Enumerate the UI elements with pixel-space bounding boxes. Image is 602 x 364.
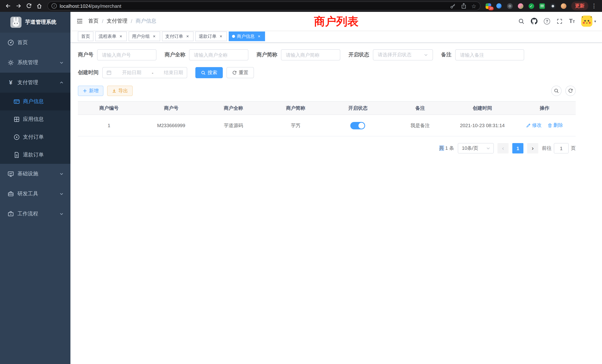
extension-notes-icon[interactable] — [539, 3, 545, 9]
sidebar-item-app-info[interactable]: 应用信息 — [0, 110, 70, 128]
goto-suffix: 页 — [571, 145, 576, 152]
browser-back-icon[interactable] — [4, 1, 13, 10]
app-logo[interactable]: 芋道管理系统 — [0, 12, 70, 33]
reset-button[interactable]: 重置 — [226, 67, 254, 78]
github-icon[interactable] — [531, 18, 538, 24]
extension-tabs-icon[interactable]: 10 — [485, 3, 492, 9]
search-icon — [201, 70, 206, 75]
extension-avatar-icon[interactable] — [517, 3, 524, 9]
status-toggle[interactable] — [351, 122, 365, 129]
page-content: 商户号 商户全称 商户简称 开启状态 请选择开启状态 — [78, 49, 576, 153]
filter-label-merchant-short: 商户简称 — [257, 52, 277, 58]
search-icon[interactable] — [518, 18, 525, 24]
sidebar-item-merchant-info[interactable]: 商户信息 — [0, 93, 70, 110]
address-bar[interactable]: i localhost:1024/pay/merchant ☆ — [47, 1, 480, 10]
extension-drop-icon[interactable] — [496, 3, 502, 9]
sidebar-item-dev-tools[interactable]: 研发工具 — [0, 184, 70, 204]
extension-profile-icon[interactable] — [560, 3, 567, 9]
edit-link[interactable]: 修改 — [526, 122, 542, 129]
merchant-card-icon — [13, 98, 20, 105]
tab-pay-order[interactable]: 支付订单× — [162, 32, 194, 41]
next-page-button[interactable]: › — [527, 143, 538, 153]
chevron-down-icon — [59, 192, 64, 196]
cell-status — [327, 115, 389, 136]
refresh-icon — [232, 70, 237, 75]
breadcrumb: 首页 / 支付管理 / 商户信息 — [88, 18, 156, 24]
tab-refund-order[interactable]: 退款订单× — [195, 32, 227, 41]
close-icon[interactable]: × — [257, 34, 262, 39]
page-1-button[interactable]: 1 — [512, 143, 523, 153]
export-button[interactable]: 导出 — [107, 86, 133, 96]
hamburger-icon[interactable] — [76, 18, 83, 24]
pagination-total: 共 1 条 — [439, 145, 454, 152]
filter-label-remark: 备注 — [441, 52, 452, 58]
refresh-table-button[interactable] — [565, 86, 576, 96]
sidebar-item-pay-order[interactable]: 支付订单 — [0, 128, 70, 146]
sidebar-item-home[interactable]: 首页 — [0, 33, 70, 53]
tab-user-group[interactable]: 用户分组× — [129, 32, 160, 41]
navbar-actions: ? TT — [518, 16, 596, 27]
browser-home-icon[interactable] — [35, 1, 44, 10]
goto-label: 前往 — [542, 145, 552, 152]
user-menu[interactable]: ▾ — [581, 16, 596, 27]
password-key-icon[interactable] — [450, 3, 456, 9]
site-info-icon[interactable]: i — [52, 3, 57, 9]
font-size-icon[interactable]: TT — [569, 18, 575, 24]
sidebar-item-refund-order[interactable]: 退款订单 — [0, 146, 70, 164]
fullscreen-icon[interactable] — [556, 18, 563, 24]
prev-page-button[interactable]: ‹ — [497, 143, 509, 153]
sidebar-item-payment[interactable]: ¥ 支付管理 — [0, 73, 70, 93]
extension-check-icon[interactable]: ✓ — [528, 3, 535, 9]
gear-icon — [7, 59, 14, 66]
dashboard-icon — [7, 39, 14, 46]
breadcrumb-payment[interactable]: 支付管理 — [107, 18, 128, 24]
tab-process-form[interactable]: 流程表单× — [95, 32, 127, 41]
date-start-placeholder: 开始日期 — [122, 69, 141, 76]
url-text: localhost:1024/pay/merchant — [60, 3, 447, 9]
page-size-select[interactable]: 10条/页 — [458, 143, 494, 153]
merchant-name-input[interactable] — [189, 49, 248, 60]
tab-home[interactable]: 首页 — [78, 32, 93, 41]
user-avatar — [581, 16, 592, 27]
browser-update-button[interactable]: 更新 — [571, 1, 588, 10]
browser-menu-icon[interactable]: ⋮ — [590, 3, 598, 9]
merchant-short-input[interactable] — [281, 49, 340, 60]
help-icon[interactable]: ? — [544, 18, 550, 24]
caret-down-icon: ▾ — [594, 19, 596, 23]
add-button[interactable]: 新增 — [78, 86, 103, 96]
share-icon[interactable] — [461, 3, 466, 9]
table-toolbar: 新增 导出 — [78, 86, 576, 96]
close-icon[interactable]: × — [185, 34, 190, 39]
breadcrumb-home[interactable]: 首页 — [88, 18, 99, 24]
status-select[interactable]: 请选择开启状态 — [373, 49, 433, 60]
sidebar-item-workflow[interactable]: 工作流程 — [0, 204, 70, 224]
bookmark-star-icon[interactable]: ☆ — [471, 3, 476, 9]
close-icon[interactable]: × — [152, 34, 157, 39]
extension-github-icon[interactable] — [549, 3, 556, 9]
search-button[interactable]: 搜索 — [195, 67, 223, 78]
close-icon[interactable]: × — [118, 34, 123, 39]
edit-pencil-icon — [526, 123, 531, 128]
browser-reload-icon[interactable] — [24, 1, 33, 10]
cell-merchant-no: M233666999 — [140, 115, 202, 136]
col-create-time: 创建时间 — [451, 101, 514, 115]
toggle-search-button[interactable] — [551, 86, 562, 96]
merchant-no-input[interactable] — [97, 49, 156, 60]
tab-merchant-info[interactable]: 商户信息× — [229, 32, 265, 41]
browser-forward-icon[interactable] — [14, 1, 23, 10]
screenshot-root: i localhost:1024/pay/merchant ☆ 10 ✓ 更新 — [0, 0, 602, 364]
delete-link[interactable]: 删除 — [548, 122, 563, 129]
sidebar-item-system[interactable]: 系统管理 — [0, 53, 70, 73]
logo-avatar — [10, 17, 22, 28]
browser-toolbar: i localhost:1024/pay/merchant ☆ 10 ✓ 更新 — [0, 0, 602, 12]
close-icon[interactable]: × — [218, 34, 224, 39]
create-time-range-picker[interactable]: 开始日期 - 结束日期 — [102, 67, 187, 78]
pagination: 共 1 条 10条/页 ‹ 1 › 前往 页 — [78, 143, 576, 153]
extension-badge: 10 — [488, 7, 494, 10]
sidebar-item-infrastructure[interactable]: 基础设施 — [0, 164, 70, 184]
trash-icon — [548, 123, 552, 128]
extension-dark-icon[interactable] — [506, 3, 513, 9]
briefcase-icon — [7, 211, 14, 217]
goto-page-input[interactable] — [554, 143, 569, 153]
remark-input[interactable] — [455, 49, 524, 60]
